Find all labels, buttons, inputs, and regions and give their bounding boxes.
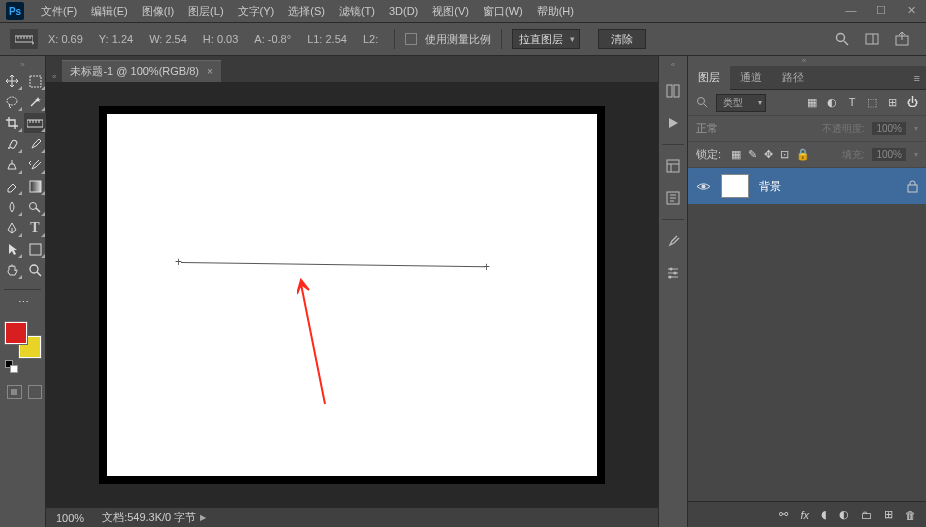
layer-lock-icon[interactable] — [907, 180, 918, 193]
document-tab-title: 未标题-1 @ 100%(RGB/8) — [70, 64, 199, 79]
filter-type-icon[interactable]: T — [846, 96, 858, 109]
tabbar-collapse[interactable]: « — [52, 72, 62, 82]
share-icon[interactable] — [894, 31, 910, 47]
quickmask-toggle[interactable] — [7, 385, 22, 399]
menu-filter[interactable]: 滤镜(T) — [332, 0, 382, 23]
marquee-tool[interactable] — [24, 71, 46, 91]
document-canvas[interactable]: + + — [107, 114, 597, 476]
lasso-tool[interactable] — [1, 92, 23, 112]
doc-status[interactable]: 文档:549.3K/0 字节 — [102, 510, 196, 525]
layer-filter-type[interactable]: 类型 — [716, 94, 766, 112]
ruler-end-point[interactable]: + — [483, 260, 490, 274]
layer-name[interactable]: 背景 — [759, 179, 781, 194]
brush-tool[interactable] — [24, 134, 46, 154]
filter-smart-icon[interactable]: ⊞ — [886, 96, 898, 109]
filter-adjust-icon[interactable]: ◐ — [826, 96, 838, 109]
workspace-icon[interactable] — [864, 31, 880, 47]
brush-panel-icon[interactable] — [662, 230, 684, 252]
clone-stamp-tool[interactable] — [1, 155, 23, 175]
document-tab[interactable]: 未标题-1 @ 100%(RGB/8) × — [62, 60, 220, 82]
layer-thumbnail[interactable] — [721, 174, 749, 198]
group-layers-icon[interactable]: 🗀 — [861, 509, 872, 521]
new-layer-icon[interactable]: ⊞ — [884, 508, 893, 521]
menu-select[interactable]: 选择(S) — [281, 0, 332, 23]
delete-layer-icon[interactable]: 🗑 — [905, 509, 916, 521]
lock-artboard-icon[interactable]: ⊡ — [780, 148, 789, 161]
character-panel-icon[interactable] — [662, 187, 684, 209]
healing-brush-tool[interactable] — [1, 134, 23, 154]
menu-image[interactable]: 图像(I) — [135, 0, 181, 23]
search-icon[interactable] — [834, 31, 850, 47]
hand-tool[interactable] — [1, 260, 23, 280]
opacity-value[interactable]: 100% — [872, 122, 906, 135]
adjustment-layer-icon[interactable]: ◐ — [839, 508, 849, 521]
menu-help[interactable]: 帮助(H) — [530, 0, 581, 23]
eraser-tool[interactable] — [1, 176, 23, 196]
filter-toggle-icon[interactable]: ⏻ — [906, 96, 918, 109]
straighten-button[interactable]: 拉直图层 — [512, 29, 580, 49]
ruler-tool[interactable] — [24, 113, 46, 133]
active-tool-ruler-icon[interactable] — [10, 29, 38, 49]
magic-wand-tool[interactable] — [24, 92, 46, 112]
window-minimize[interactable]: — — [836, 0, 866, 20]
foreground-swatch[interactable] — [5, 322, 27, 344]
layer-search-icon[interactable] — [696, 96, 710, 110]
toolbar-collapse[interactable]: » — [0, 60, 45, 70]
filter-pixel-icon[interactable]: ▦ — [806, 96, 818, 109]
move-tool[interactable] — [1, 71, 23, 91]
use-scale-checkbox[interactable] — [405, 33, 417, 45]
zoom-tool[interactable] — [24, 260, 46, 280]
gradient-tool[interactable] — [24, 176, 46, 196]
menu-view[interactable]: 视图(V) — [425, 0, 476, 23]
readout-l1: L1: 2.54 — [301, 33, 353, 45]
actions-panel-icon[interactable] — [662, 112, 684, 134]
menu-3d[interactable]: 3D(D) — [382, 0, 425, 23]
type-tool[interactable]: T — [24, 218, 46, 238]
tab-channels[interactable]: 通道 — [730, 66, 772, 90]
svg-point-22 — [30, 203, 37, 210]
default-colors[interactable] — [5, 360, 45, 376]
close-tab-icon[interactable]: × — [207, 66, 213, 77]
panel-menu-icon[interactable]: ≡ — [908, 72, 926, 84]
panel-collapse[interactable]: « — [688, 56, 926, 66]
canvas-area[interactable]: + + — [46, 82, 658, 507]
properties-panel-icon[interactable] — [662, 155, 684, 177]
lock-all-icon[interactable]: 🔒 — [796, 148, 810, 161]
menu-window[interactable]: 窗口(W) — [476, 0, 530, 23]
tab-layers[interactable]: 图层 — [688, 66, 730, 90]
tab-paths[interactable]: 路径 — [772, 66, 814, 90]
path-select-tool[interactable] — [1, 239, 23, 259]
window-maximize[interactable]: ☐ — [866, 0, 896, 20]
layer-fx-icon[interactable]: fx — [800, 509, 809, 521]
ruler-start-point[interactable]: + — [175, 255, 182, 269]
clear-button[interactable]: 清除 — [598, 29, 646, 49]
lock-position-icon[interactable]: ✥ — [764, 148, 773, 161]
pen-tool[interactable] — [1, 218, 23, 238]
menu-type[interactable]: 文字(Y) — [231, 0, 282, 23]
color-swatches[interactable] — [5, 322, 41, 358]
layer-row[interactable]: 背景 — [688, 168, 926, 204]
link-layers-icon[interactable]: ⚯ — [779, 508, 788, 521]
zoom-level[interactable]: 100% — [56, 512, 84, 524]
layer-mask-icon[interactable]: ◖ — [821, 508, 827, 521]
history-panel-icon[interactable] — [662, 80, 684, 102]
blur-tool[interactable] — [1, 197, 23, 217]
lock-pixels-icon[interactable]: ▦ — [731, 148, 741, 161]
blend-mode-select[interactable]: 正常 — [696, 121, 718, 136]
history-brush-tool[interactable] — [24, 155, 46, 175]
adjustments-panel-icon[interactable] — [662, 262, 684, 284]
midstrip-collapse[interactable]: « — [671, 60, 675, 70]
edit-toolbar[interactable]: ⋯ — [12, 292, 34, 312]
menu-edit[interactable]: 编辑(E) — [84, 0, 135, 23]
menu-layer[interactable]: 图层(L) — [181, 0, 230, 23]
layer-visibility-icon[interactable] — [696, 181, 711, 192]
dodge-tool[interactable] — [24, 197, 46, 217]
fill-value[interactable]: 100% — [872, 148, 906, 161]
crop-tool[interactable] — [1, 113, 23, 133]
shape-tool[interactable] — [24, 239, 46, 259]
lock-brush-icon[interactable]: ✎ — [748, 148, 757, 161]
window-close[interactable]: ✕ — [896, 0, 926, 20]
menu-file[interactable]: 文件(F) — [34, 0, 84, 23]
filter-shape-icon[interactable]: ⬚ — [866, 96, 878, 109]
screenmode-toggle[interactable] — [28, 385, 43, 399]
